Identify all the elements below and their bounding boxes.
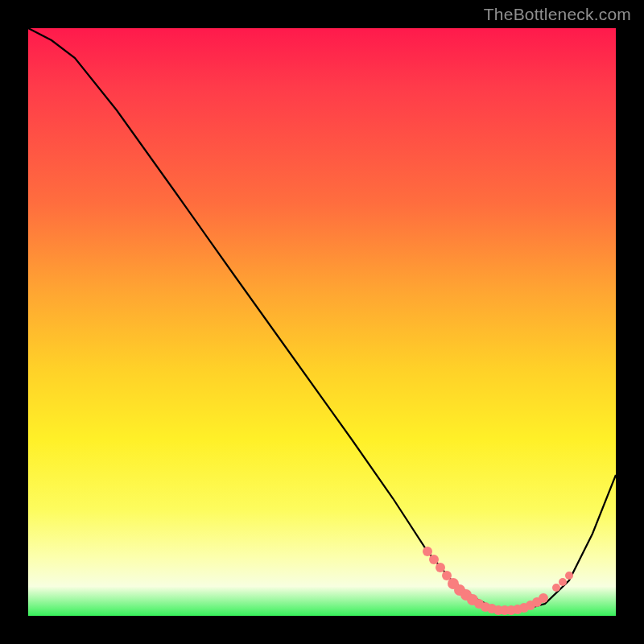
valley-dotted-overlay <box>423 547 573 615</box>
svg-point-19 <box>552 584 560 592</box>
chart-stage: TheBottleneck.com <box>0 0 644 644</box>
svg-point-21 <box>565 572 573 580</box>
svg-point-18 <box>539 593 548 603</box>
watermark-text: TheBottleneck.com <box>484 5 631 24</box>
svg-point-20 <box>559 578 567 586</box>
bottleneck-curve <box>28 28 616 610</box>
svg-point-2 <box>436 563 445 572</box>
svg-point-0 <box>423 547 432 556</box>
svg-point-1 <box>429 555 439 564</box>
curve-layer <box>28 28 616 616</box>
plot-area <box>28 28 616 616</box>
